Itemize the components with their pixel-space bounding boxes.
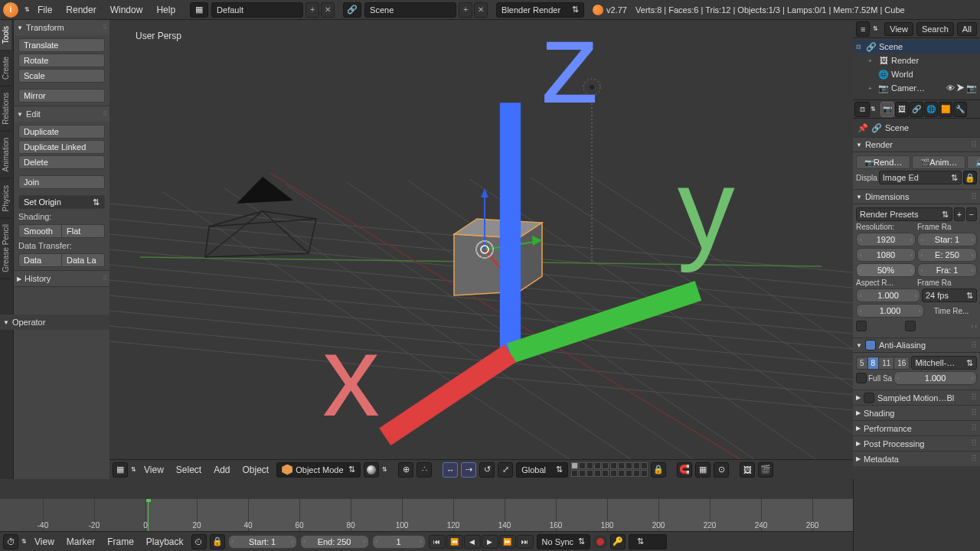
props-editor-icon[interactable]: ⧈ bbox=[854, 102, 870, 117]
btn-render-audio[interactable]: 🔊Audio bbox=[967, 155, 980, 169]
btn-smooth[interactable]: Smooth bbox=[18, 224, 62, 238]
vtab-grease-pencil[interactable]: Grease Pencil bbox=[0, 218, 11, 279]
panel-render-hdr[interactable]: ▼Render⠿ bbox=[853, 137, 980, 152]
btn-delete[interactable]: Delete bbox=[18, 155, 105, 169]
aa-16[interactable]: 16 bbox=[894, 357, 909, 369]
panel-history-header[interactable]: ▶History⠿ bbox=[14, 271, 109, 286]
tl-range-toggle[interactable]: ⏲ bbox=[191, 534, 207, 549]
preset-add[interactable]: + bbox=[954, 207, 965, 221]
render-display-dd[interactable]: Image Ed⇅ bbox=[879, 171, 962, 184]
vtab-tools[interactable]: Tools bbox=[0, 20, 11, 51]
menu-render[interactable]: Render bbox=[60, 2, 102, 18]
res-y[interactable]: ‹1080› bbox=[856, 248, 916, 262]
outliner-editor-icon[interactable]: ≡ bbox=[856, 21, 870, 37]
btn-duplicate-linked[interactable]: Duplicate Linked bbox=[18, 140, 105, 154]
pivot-indiv[interactable]: ∴ bbox=[416, 462, 432, 478]
aspect-x[interactable]: ‹1.000› bbox=[856, 289, 920, 302]
aa-enable[interactable] bbox=[865, 340, 876, 350]
editor-type-3dview[interactable]: ▦ bbox=[113, 462, 128, 478]
outliner-view[interactable]: View bbox=[884, 22, 913, 36]
aspect-y[interactable]: ‹1.000› bbox=[856, 304, 924, 318]
res-percent[interactable]: ‹50%› bbox=[856, 263, 916, 277]
render-presets[interactable]: Render Presets⇅ bbox=[856, 207, 952, 221]
vp-menu-view[interactable]: View bbox=[139, 465, 168, 475]
play-rev[interactable]: ◀ bbox=[464, 535, 481, 549]
pivot-point[interactable]: ⊕ bbox=[398, 462, 413, 478]
tab-scene[interactable]: 🔗 bbox=[910, 102, 923, 117]
jump-first[interactable]: ⏮ bbox=[429, 535, 446, 549]
frame-start-input[interactable]: ‹Start: 1› bbox=[228, 535, 297, 549]
aa-size[interactable]: ‹1.000› bbox=[893, 371, 977, 385]
info-editor-icon[interactable]: i bbox=[3, 2, 18, 18]
render-anim[interactable]: 🎬 bbox=[758, 462, 773, 478]
mode-selector[interactable]: Object Mode⇅ bbox=[276, 462, 361, 478]
tab-render-layers[interactable]: 🖼 bbox=[895, 102, 909, 117]
tl-menu-view[interactable]: View bbox=[30, 536, 59, 547]
menu-help[interactable]: Help bbox=[150, 2, 181, 18]
vtab-create[interactable]: Create bbox=[0, 51, 11, 86]
btn-render-still[interactable]: 📷Rend… bbox=[856, 155, 910, 169]
prev-key[interactable]: ⏪ bbox=[446, 535, 463, 549]
aa-samples[interactable]: 581116 bbox=[856, 357, 910, 370]
timeline-canvas[interactable]: -40-200204060801001201401601802002202402… bbox=[0, 499, 853, 531]
panel-metadata[interactable]: ▶Metadata⠿ bbox=[853, 451, 980, 466]
vp-menu-add[interactable]: Add bbox=[209, 465, 234, 475]
sync-mode[interactable]: No Sync⇅ bbox=[537, 534, 590, 549]
menu-window[interactable]: Window bbox=[104, 2, 149, 18]
vtab-relations[interactable]: Relations bbox=[0, 86, 11, 132]
aa-11[interactable]: 11 bbox=[879, 357, 894, 369]
menu-file[interactable]: File bbox=[31, 2, 58, 18]
vtab-physics[interactable]: Physics bbox=[0, 179, 11, 218]
tree-row-world[interactable]: 🌐World bbox=[853, 67, 980, 81]
pin-icon[interactable]: 📌 bbox=[858, 123, 868, 133]
vtab-animation[interactable]: Animation bbox=[0, 132, 11, 178]
btn-flat[interactable]: Flat bbox=[62, 224, 105, 238]
chk-crop[interactable] bbox=[905, 321, 916, 331]
aa-8[interactable]: 8 bbox=[868, 357, 880, 369]
panel-performance[interactable]: ▶Performance⠿ bbox=[853, 420, 980, 435]
tl-menu-playback[interactable]: Playback bbox=[142, 536, 188, 547]
lock-interface[interactable]: 🔒 bbox=[963, 171, 977, 184]
btn-scale[interactable]: Scale bbox=[18, 69, 105, 83]
panel-edit-header[interactable]: ▼Edit⠿ bbox=[14, 106, 109, 122]
scene-remove[interactable]: ✕ bbox=[474, 2, 488, 18]
editor-dd-arrow[interactable]: ⇅ bbox=[24, 6, 30, 13]
btn-translate[interactable]: Translate bbox=[18, 38, 105, 52]
frame-current[interactable]: ‹1› bbox=[372, 535, 426, 549]
snap-target[interactable]: ⊙ bbox=[714, 462, 729, 478]
tab-render[interactable]: 📷 bbox=[880, 102, 894, 117]
timeline-editor-icon[interactable]: ⏱ bbox=[3, 534, 18, 549]
layout-add[interactable]: + bbox=[305, 2, 319, 18]
frame-start[interactable]: ‹Star: 1› bbox=[917, 233, 977, 246]
scene-add[interactable]: + bbox=[459, 2, 472, 18]
layer-buttons[interactable] bbox=[571, 462, 648, 477]
snap-element[interactable]: ▦ bbox=[695, 462, 710, 478]
panel-shading[interactable]: ▶Shading⠿ bbox=[853, 405, 980, 420]
tree-row-scene[interactable]: ⊟🔗Scene bbox=[853, 40, 980, 54]
fps[interactable]: 24 fps⇅ bbox=[922, 289, 977, 302]
transform-orientation[interactable]: Global⇅ bbox=[516, 462, 568, 478]
aa-5[interactable]: 5 bbox=[857, 357, 868, 369]
operator-panel-header[interactable]: ▼Operator bbox=[0, 315, 109, 330]
preset-remove[interactable]: − bbox=[966, 207, 977, 221]
layout-remove[interactable]: ✕ bbox=[321, 2, 335, 18]
btn-join[interactable]: Join bbox=[18, 175, 105, 189]
panel-post-processing[interactable]: ▶Post Processing⠿ bbox=[853, 435, 980, 451]
frame-end-input[interactable]: ‹End: 250› bbox=[300, 535, 369, 549]
tree-row-render[interactable]: +🖼Render bbox=[853, 54, 980, 67]
btn-mirror[interactable]: Mirror bbox=[18, 89, 105, 103]
tab-modifiers[interactable]: 🔧 bbox=[953, 102, 967, 117]
panel-sampled-motion-bl[interactable]: ▶Sampled Motion…Bl⠿ bbox=[853, 390, 980, 405]
outliner-search[interactable]: Search bbox=[916, 22, 954, 36]
btn-set-origin[interactable]: Set Origin⇅ bbox=[18, 195, 105, 209]
chk-border[interactable] bbox=[856, 321, 867, 331]
play[interactable]: ▶ bbox=[482, 535, 498, 549]
jump-last[interactable]: ⏭ bbox=[517, 535, 534, 549]
vp-menu-object[interactable]: Object bbox=[238, 465, 274, 475]
scene-select[interactable]: Scene bbox=[364, 2, 456, 18]
tab-object[interactable]: 🟧 bbox=[939, 102, 952, 117]
keying-set[interactable]: 🔑 bbox=[610, 534, 626, 549]
vp-menu-select[interactable]: Select bbox=[172, 465, 206, 475]
btn-data[interactable]: Data bbox=[18, 253, 62, 267]
keying-dd[interactable]: ⇅ bbox=[629, 534, 667, 549]
